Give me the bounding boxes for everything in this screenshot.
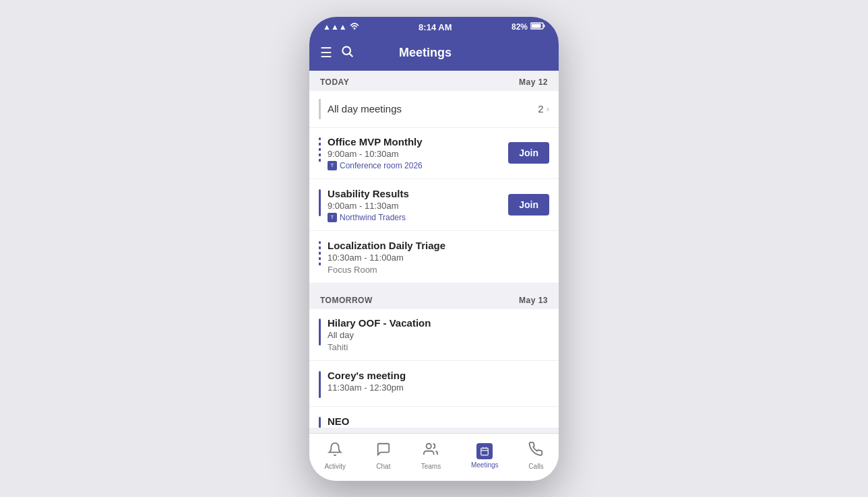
svg-rect-1	[543, 25, 545, 28]
bottom-nav: Activity Chat Teams	[309, 433, 559, 481]
menu-icon[interactable]: ☰	[320, 44, 332, 61]
teams-icon	[423, 442, 438, 461]
meeting-time-4: All day	[328, 330, 549, 340]
meeting-border-4	[319, 319, 321, 345]
nav-activity[interactable]: Activity	[316, 439, 354, 473]
tomorrow-cards: Hilary OOF - Vacation All day Tahiti Cor…	[309, 309, 559, 428]
status-battery: 82%	[512, 22, 545, 32]
meeting-usability: Usability Results 9:00am - 11:30am T Nor…	[309, 180, 559, 231]
meeting-neo: NEO	[309, 407, 559, 428]
nav-teams[interactable]: Teams	[413, 439, 449, 473]
meeting-time-2: 9:00am - 11:30am	[328, 201, 501, 211]
meeting-location-2: T Northwind Traders	[328, 213, 501, 222]
meeting-content-1: Office MVP Monthly 9:00am - 10:30am T Co…	[328, 136, 501, 170]
battery-icon	[530, 22, 545, 32]
meeting-content-4: Hilary OOF - Vacation All day Tahiti	[328, 317, 549, 352]
meeting-content-6: NEO	[328, 416, 549, 428]
teams-icon-2: T	[328, 213, 337, 222]
app-header: ☰ Meetings	[309, 38, 559, 71]
all-day-row[interactable]: All day meetings 2 ›	[309, 91, 559, 128]
all-day-count: 2 ›	[538, 103, 549, 114]
meeting-location-text-3: Focus Room	[328, 265, 377, 275]
meeting-office-mvp: Office MVP Monthly 9:00am - 10:30am T Co…	[309, 128, 559, 179]
meeting-location-text-4: Tahiti	[328, 342, 348, 352]
meeting-content-5: Corey's meeting 11:30am - 12:30pm	[328, 370, 549, 395]
meeting-localization: Localization Daily Triage 10:30am - 11:0…	[309, 232, 559, 284]
meeting-content-2: Usability Results 9:00am - 11:30am T Nor…	[328, 188, 501, 222]
meetings-icon	[476, 443, 493, 459]
meeting-title-2: Usability Results	[328, 188, 501, 199]
wifi-icon	[350, 22, 359, 32]
meeting-border-2	[319, 189, 321, 216]
svg-point-3	[342, 46, 350, 55]
nav-meetings-label: Meetings	[471, 461, 499, 469]
meeting-border-5	[319, 371, 321, 398]
meeting-title-5: Corey's meeting	[328, 370, 549, 381]
all-day-text: All day meetings	[328, 103, 531, 114]
status-time: 8:14 AM	[418, 22, 452, 32]
join-button-2[interactable]: Join	[508, 194, 549, 216]
all-day-number: 2	[538, 103, 543, 114]
section-tomorrow-label: TOMORROW	[320, 296, 373, 305]
nav-calls-label: Calls	[528, 463, 543, 470]
svg-rect-6	[481, 448, 489, 455]
meeting-location-1: T Conference room 2026	[328, 161, 501, 170]
section-tomorrow: TOMORROW May 13	[309, 289, 559, 309]
svg-point-5	[427, 443, 431, 448]
meeting-corey: Corey's meeting 11:30am - 12:30pm	[309, 362, 559, 407]
meeting-time-3: 10:30am - 11:00am	[328, 253, 549, 263]
meeting-location-text-1: Conference room 2026	[340, 161, 423, 170]
today-cards: All day meetings 2 › Office MVP Monthly …	[309, 91, 559, 284]
svg-line-4	[350, 53, 353, 57]
section-today-date: May 12	[519, 77, 548, 87]
teams-icon-1: T	[328, 161, 337, 170]
signal-icon: ▲▲▲	[323, 22, 347, 32]
battery-percent: 82%	[512, 22, 528, 32]
meeting-location-3: Focus Room	[328, 265, 549, 275]
meeting-title-1: Office MVP Monthly	[328, 136, 501, 147]
content-area: TODAY May 12 All day meetings 2 › Office…	[309, 71, 559, 433]
nav-chat[interactable]: Chat	[368, 439, 399, 473]
meeting-border-6	[319, 417, 321, 428]
nav-meetings[interactable]: Meetings	[463, 440, 507, 471]
meeting-hilary-oof: Hilary OOF - Vacation All day Tahiti	[309, 309, 559, 361]
meeting-location-text-2: Northwind Traders	[340, 213, 406, 222]
page-title: Meetings	[362, 46, 489, 60]
nav-chat-label: Chat	[376, 463, 390, 470]
status-bar: ▲▲▲ 8:14 AM 82%	[309, 17, 559, 38]
nav-calls[interactable]: Calls	[520, 439, 551, 473]
meeting-location-4: Tahiti	[328, 342, 549, 352]
meeting-title-3: Localization Daily Triage	[328, 240, 549, 251]
section-tomorrow-date: May 13	[519, 296, 548, 305]
activity-icon	[328, 442, 342, 461]
meeting-border-1	[319, 137, 321, 164]
all-day-divider	[319, 99, 321, 119]
nav-teams-label: Teams	[421, 463, 441, 470]
meeting-title-4: Hilary OOF - Vacation	[328, 317, 549, 329]
svg-rect-2	[531, 24, 540, 28]
meeting-border-3	[319, 241, 321, 268]
chevron-right-icon: ›	[547, 104, 549, 114]
status-signal: ▲▲▲	[323, 22, 359, 32]
chat-icon	[376, 442, 391, 461]
search-icon[interactable]	[340, 44, 354, 61]
phone-container: ▲▲▲ 8:14 AM 82% ☰	[309, 17, 559, 481]
meeting-time-1: 9:00am - 10:30am	[328, 149, 501, 159]
meeting-content-3: Localization Daily Triage 10:30am - 11:0…	[328, 240, 549, 275]
nav-activity-label: Activity	[324, 463, 346, 470]
section-today-label: TODAY	[320, 77, 349, 87]
section-today: TODAY May 12	[309, 71, 559, 91]
calls-icon	[528, 442, 543, 461]
join-button-1[interactable]: Join	[508, 142, 549, 164]
meeting-title-6: NEO	[328, 416, 549, 427]
meeting-time-5: 11:30am - 12:30pm	[328, 383, 549, 393]
